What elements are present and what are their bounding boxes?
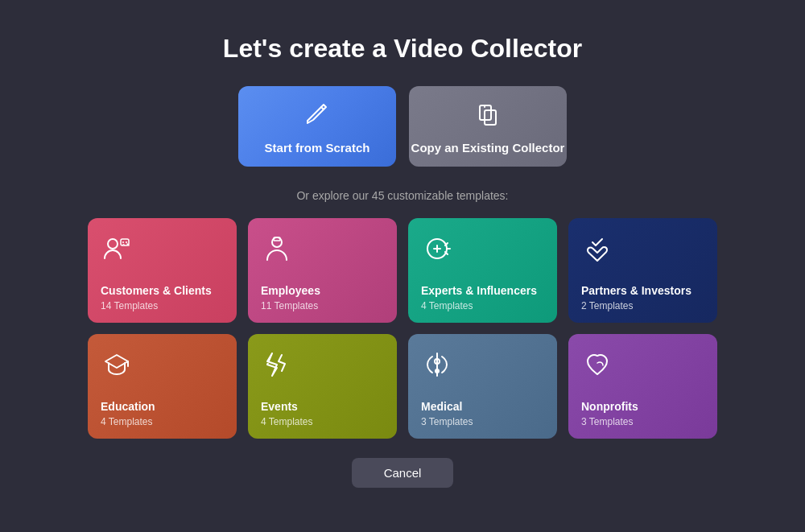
medical-name: Medical (421, 400, 544, 414)
partners-icon (581, 233, 704, 268)
template-card-customers[interactable]: Customers & Clients 14 Templates (88, 218, 237, 323)
explore-text: Or explore our 45 customizable templates… (296, 189, 508, 202)
nonprofits-icon (581, 348, 704, 384)
partners-name: Partners & Investors (581, 284, 704, 298)
education-count: 4 Templates (101, 416, 224, 427)
medical-count: 3 Templates (421, 416, 544, 427)
template-card-partners[interactable]: Partners & Investors 2 Templates (568, 218, 717, 323)
svg-point-5 (126, 241, 127, 243)
template-card-events[interactable]: Events 4 Templates (248, 334, 397, 439)
customers-icon (101, 233, 224, 268)
start-from-scratch-card[interactable]: Start from Scratch (238, 86, 396, 167)
customers-name: Customers & Clients (101, 284, 224, 298)
templates-grid: Customers & Clients 14 Templates Employe… (88, 218, 717, 439)
template-card-experts[interactable]: Experts & Influencers 4 Templates (408, 218, 557, 323)
customers-count: 14 Templates (101, 300, 224, 311)
svg-point-2 (108, 239, 118, 249)
cancel-button[interactable]: Cancel (352, 458, 454, 488)
events-name: Events (261, 400, 384, 414)
education-name: Education (101, 400, 224, 414)
nonprofits-count: 3 Templates (581, 416, 704, 427)
nonprofits-name: Nonprofits (581, 400, 704, 414)
svg-point-4 (122, 241, 124, 243)
medical-icon (421, 348, 544, 384)
svg-rect-7 (274, 237, 280, 241)
template-card-nonprofits[interactable]: Nonprofits 3 Templates (568, 334, 717, 439)
scratch-label: Start from Scratch (265, 141, 370, 155)
page-title: Let's create a Video Collector (223, 34, 582, 64)
copy-existing-card[interactable]: Copy an Existing Collector (409, 86, 567, 167)
employees-name: Employees (261, 284, 384, 298)
pencil-icon (303, 99, 332, 133)
employees-icon (261, 233, 384, 268)
copy-label: Copy an Existing Collector (411, 141, 565, 155)
employees-count: 11 Templates (261, 300, 384, 311)
experts-icon (421, 233, 544, 268)
top-options-container: Start from Scratch Copy an Existing Coll… (238, 86, 567, 167)
partners-count: 2 Templates (581, 300, 704, 311)
experts-count: 4 Templates (421, 300, 544, 311)
education-icon (101, 348, 224, 384)
template-card-employees[interactable]: Employees 11 Templates (248, 218, 397, 323)
experts-name: Experts & Influencers (421, 284, 544, 298)
events-count: 4 Templates (261, 416, 384, 427)
events-icon (261, 348, 384, 384)
template-card-medical[interactable]: Medical 3 Templates (408, 334, 557, 439)
copy-icon (473, 99, 502, 133)
template-card-education[interactable]: Education 4 Templates (88, 334, 237, 439)
